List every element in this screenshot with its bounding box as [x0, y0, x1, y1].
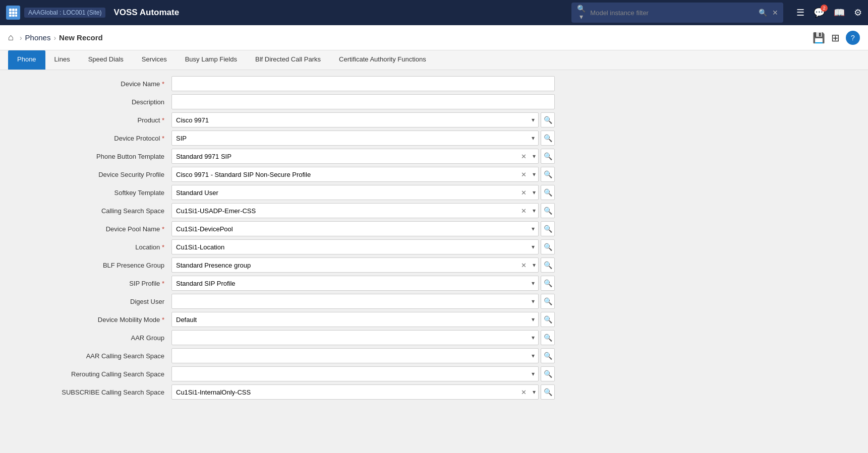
- notifications-button[interactable]: 💬 2: [814, 7, 825, 18]
- field-control-2: Cisco 9971🔍: [171, 112, 555, 127]
- form-row-7: Calling Search SpaceCu1Si1-USADP-Emer-CS…: [0, 202, 868, 219]
- select-aar-calling-search-space[interactable]: [171, 348, 539, 363]
- field-search-btn-15[interactable]: 🔍: [541, 348, 555, 363]
- field-search-btn-4[interactable]: 🔍: [541, 149, 555, 164]
- breadcrumb-current: New Record: [59, 33, 103, 42]
- select-rerouting-calling-search-space[interactable]: [171, 366, 539, 381]
- field-search-btn-2[interactable]: 🔍: [541, 112, 555, 127]
- select-clear-wrapper-17: Cu1Si1-InternalOnly-CSS✕▾: [171, 384, 539, 400]
- select-wrapper-15: [171, 348, 539, 363]
- select-softkey-template[interactable]: Standard User: [171, 185, 539, 200]
- field-label-15: AAR Calling Search Space: [0, 352, 171, 360]
- select-device-protocol[interactable]: SIP: [171, 131, 539, 146]
- save-button[interactable]: 💾: [813, 31, 825, 45]
- field-search-btn-9[interactable]: 🔍: [541, 239, 555, 254]
- clear-btn-10[interactable]: ✕: [521, 262, 527, 269]
- search-submit-icon[interactable]: 🔍: [758, 9, 768, 17]
- field-search-btn-14[interactable]: 🔍: [541, 330, 555, 345]
- field-control-12: 🔍: [171, 294, 555, 309]
- form-row-14: AAR Group🔍: [0, 329, 868, 346]
- form-row-15: AAR Calling Search Space🔍: [0, 347, 868, 364]
- svg-rect-0: [9, 9, 12, 11]
- select-device-security-profile[interactable]: Cisco 9971 - Standard SIP Non-Secure Pro…: [171, 167, 539, 182]
- field-control-6: Standard User✕▾🔍: [171, 185, 555, 200]
- field-search-btn-17[interactable]: 🔍: [541, 384, 555, 400]
- search-input[interactable]: [590, 9, 755, 17]
- search-clear-icon[interactable]: ✕: [771, 9, 779, 17]
- input-device-name[interactable]: [171, 76, 555, 91]
- field-control-17: Cu1Si1-InternalOnly-CSS✕▾🔍: [171, 384, 555, 400]
- field-search-btn-5[interactable]: 🔍: [541, 167, 555, 182]
- clear-btn-5[interactable]: ✕: [521, 171, 527, 178]
- field-search-btn-6[interactable]: 🔍: [541, 185, 555, 200]
- list-view-button[interactable]: ☰: [796, 7, 804, 18]
- search-type-icon[interactable]: 🔍▾: [575, 5, 587, 21]
- brand-icon: [6, 6, 20, 20]
- tab-services[interactable]: Services: [133, 50, 176, 70]
- tab-busy-lamp-fields[interactable]: Busy Lamp Fields: [176, 50, 246, 70]
- svg-rect-4: [12, 12, 15, 14]
- select-calling-search-space[interactable]: Cu1Si1-USADP-Emer-CSS: [171, 203, 539, 218]
- site-label: AAAGlobal : LOC001 (Site): [24, 8, 105, 18]
- svg-rect-7: [12, 15, 15, 17]
- select-wrapper-8: Cu1Si1-DevicePool: [171, 221, 539, 236]
- select-aar-group[interactable]: [171, 330, 539, 345]
- select-product[interactable]: Cisco 9971: [171, 112, 539, 127]
- field-search-btn-12[interactable]: 🔍: [541, 294, 555, 309]
- input-description[interactable]: [171, 94, 555, 109]
- select-location[interactable]: Cu1Si1-Location: [171, 239, 539, 254]
- select-clear-wrapper-5: Cisco 9971 - Standard SIP Non-Secure Pro…: [171, 167, 539, 182]
- tab-speed-dials[interactable]: Speed Dials: [79, 50, 133, 70]
- top-nav: AAAGlobal : LOC001 (Site) VOSS Automate …: [0, 0, 868, 25]
- field-search-btn-8[interactable]: 🔍: [541, 221, 555, 236]
- field-search-btn-13[interactable]: 🔍: [541, 312, 555, 327]
- select-digest-user[interactable]: [171, 294, 539, 309]
- home-icon[interactable]: ⌂: [8, 32, 14, 43]
- field-control-3: SIP🔍: [171, 131, 555, 146]
- form-row-8: Device Pool Name *Cu1Si1-DevicePool🔍: [0, 220, 868, 237]
- select-blf-presence-group[interactable]: Standard Presence group: [171, 257, 539, 273]
- tab-lines[interactable]: Lines: [45, 50, 79, 70]
- select-device-pool-name[interactable]: Cu1Si1-DevicePool: [171, 221, 539, 236]
- field-label-11: SIP Profile *: [0, 280, 171, 287]
- select-phone-button-template[interactable]: Standard 9971 SIP: [171, 149, 539, 164]
- grid-view-button[interactable]: ⊞: [831, 31, 840, 45]
- tab-certificate-authority-functions[interactable]: Certificate Authority Functions: [330, 50, 435, 70]
- select-wrapper-3: SIP: [171, 131, 539, 146]
- clear-btn-6[interactable]: ✕: [521, 189, 527, 196]
- select-subscribe-calling-search-space[interactable]: Cu1Si1-InternalOnly-CSS: [171, 384, 539, 400]
- select-wrapper-12: [171, 294, 539, 309]
- svg-rect-2: [15, 9, 17, 11]
- form-row-5: Device Security ProfileCisco 9971 - Stan…: [0, 166, 868, 183]
- field-label-10: BLF Presence Group: [0, 262, 171, 269]
- docs-button[interactable]: 📖: [834, 7, 845, 18]
- breadcrumb-phones[interactable]: Phones: [25, 33, 51, 42]
- field-control-13: Default🔍: [171, 312, 555, 327]
- field-control-5: Cisco 9971 - Standard SIP Non-Secure Pro…: [171, 167, 555, 182]
- clear-btn-17[interactable]: ✕: [521, 389, 527, 396]
- select-wrapper-9: Cu1Si1-Location: [171, 239, 539, 254]
- sep2: ›: [53, 34, 56, 42]
- tab-blf-directed-call-parks[interactable]: Blf Directed Call Parks: [246, 50, 330, 70]
- clear-btn-7[interactable]: ✕: [521, 208, 527, 214]
- required-indicator-0: *: [160, 80, 164, 88]
- tab-phone[interactable]: Phone: [8, 50, 45, 70]
- field-label-16: Rerouting Calling Search Space: [0, 370, 171, 378]
- select-sip-profile[interactable]: Standard SIP Profile: [171, 276, 539, 291]
- clear-btn-4[interactable]: ✕: [521, 153, 527, 160]
- field-label-8: Device Pool Name *: [0, 225, 171, 233]
- select-device-mobility-mode[interactable]: Default: [171, 312, 539, 327]
- required-indicator-8: *: [160, 225, 164, 233]
- field-search-btn-16[interactable]: 🔍: [541, 366, 555, 381]
- select-clear-wrapper-10: Standard Presence group✕▾: [171, 257, 539, 273]
- field-search-btn-11[interactable]: 🔍: [541, 276, 555, 291]
- select-clear-wrapper-7: Cu1Si1-USADP-Emer-CSS✕▾: [171, 203, 539, 218]
- field-search-btn-10[interactable]: 🔍: [541, 257, 555, 273]
- tabs-bar: PhoneLinesSpeed DialsServicesBusy Lamp F…: [0, 50, 868, 70]
- form-row-9: Location *Cu1Si1-Location🔍: [0, 238, 868, 255]
- field-search-btn-3[interactable]: 🔍: [541, 131, 555, 146]
- field-control-4: Standard 9971 SIP✕▾🔍: [171, 149, 555, 164]
- help-button[interactable]: ?: [846, 31, 860, 45]
- settings-button[interactable]: ⚙: [854, 7, 862, 18]
- field-search-btn-7[interactable]: 🔍: [541, 203, 555, 218]
